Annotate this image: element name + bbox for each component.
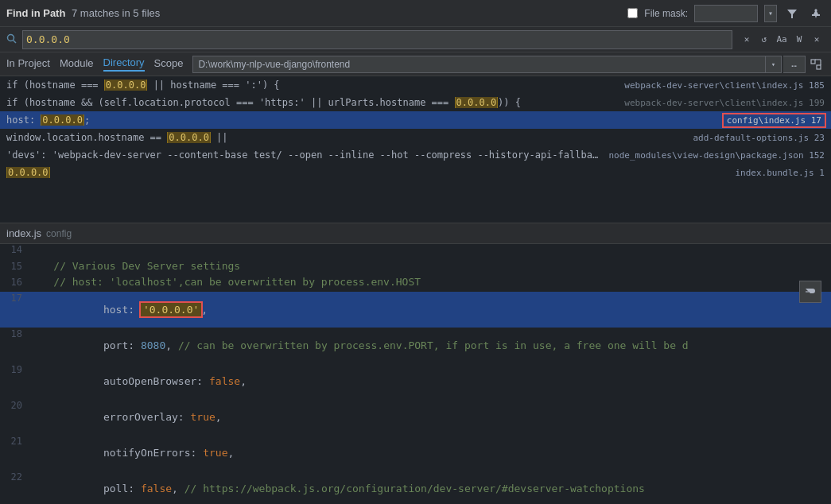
word-match-button[interactable]: W (791, 32, 807, 48)
line-content: errorOverlay: true, (29, 399, 831, 435)
result-row[interactable]: 'devs': 'webpack-dev-server --content-ba… (0, 146, 831, 164)
code-line-14: 14 (0, 244, 831, 260)
top-bar: Find in Path 7 matches in 5 files File m… (0, 0, 831, 27)
file-mask-label: File mask: (644, 8, 688, 19)
wrap-icon[interactable] (799, 281, 821, 303)
match-highlight: 0.0.0.0 (6, 167, 50, 178)
path-expand-button[interactable] (807, 56, 825, 73)
line-number: 19 (0, 364, 29, 375)
line-number: 20 (0, 400, 29, 411)
match-highlight: 0.0.0.0 (41, 114, 84, 126)
match-highlight: 0.0.0.0 (104, 79, 148, 91)
code-line-21: 21 notifyOnErrors: true, (0, 435, 831, 471)
code-line-17: 17 host: '0.0.0.0', (0, 292, 831, 328)
code-line-20: 20 errorOverlay: true, (0, 399, 831, 435)
results-panel: if (hostname === 0.0.0.0 || hostname ===… (0, 76, 831, 223)
clear-search-button[interactable]: ✕ (739, 32, 755, 48)
filter-icon[interactable] (783, 5, 801, 22)
svg-rect-3 (811, 60, 815, 64)
line-content: // Various Dev Server settings (29, 260, 831, 272)
tab-directory[interactable]: Directory (103, 56, 145, 72)
preview-filename: index.js (6, 227, 41, 239)
code-line-16: 16 // host: 'localhost',can be overwritt… (0, 276, 831, 292)
code-line-22: 22 poll: false, // https://webpack.js.or… (0, 471, 831, 504)
directory-path-input[interactable] (192, 56, 766, 73)
result-file-ref: index.bundle.js 1 (735, 168, 825, 178)
search-icon (6, 33, 19, 46)
code-line-19: 19 autoOpenBrowser: false, (0, 363, 831, 399)
result-file-ref: webpack-dev-server\client\index.js 185 (624, 80, 825, 91)
file-mask-input[interactable] (694, 5, 758, 22)
code-line-15: 15 // Various Dev Server settings (0, 260, 831, 276)
result-file-ref: webpack-dev-server\client\index.js 199 (624, 98, 825, 108)
search-bar: 0.0.0.0 ✕ ↺ Aa W ✕ (0, 27, 831, 52)
line-number: 17 (0, 293, 29, 304)
line-content: port: 8080, // can be overwritten by pro… (29, 328, 831, 363)
pin-icon[interactable] (807, 5, 825, 22)
result-row-selected[interactable]: host: 0.0.0.0; config\index.js 17 (0, 111, 831, 129)
svg-line-2 (14, 40, 17, 43)
result-content: window.location.hostname == 0.0.0.0 || (6, 132, 686, 143)
result-file-ref: node_modules\view-design\package.json 15… (608, 150, 825, 161)
preview-filepath: config (46, 228, 72, 239)
svg-point-1 (8, 34, 14, 41)
result-content: host: 0.0.0.0; (6, 114, 717, 126)
result-file-ref: add-default-options.js 23 (693, 133, 825, 143)
match-info: 7 matches in 5 files (72, 7, 160, 19)
path-input-wrap: ▾ … (192, 56, 825, 73)
line-content: poll: false, // https://webpack.js.org/c… (29, 471, 831, 504)
result-row[interactable]: if (hostname === 0.0.0.0 || hostname ===… (0, 76, 831, 94)
refresh-search-button[interactable]: ↺ (756, 32, 772, 48)
code-match-highlight: '0.0.0.0' (141, 303, 201, 316)
line-content: notifyOnErrors: true, (29, 435, 831, 471)
tabs-bar: In Project Module Directory Scope ▾ … (0, 52, 831, 76)
result-content: 0.0.0.0 (6, 167, 728, 178)
line-content: autoOpenBrowser: false, (29, 363, 831, 399)
result-row[interactable]: if (hostname && (self.location.protocol … (0, 94, 831, 111)
result-content: if (hostname === 0.0.0.0 || hostname ===… (6, 79, 618, 91)
file-mask-dropdown[interactable]: ▾ (764, 5, 777, 22)
line-number: 22 (0, 471, 29, 483)
line-number: 15 (0, 261, 29, 272)
line-number: 21 (0, 436, 29, 447)
match-highlight: 0.0.0.0 (455, 97, 499, 108)
tab-scope[interactable]: Scope (154, 57, 184, 71)
svg-rect-4 (817, 65, 821, 69)
result-content: if (hostname && (self.location.protocol … (6, 97, 618, 108)
tab-module[interactable]: Module (60, 57, 94, 71)
preview-header: index.js config (0, 223, 831, 244)
result-row[interactable]: window.location.hostname == 0.0.0.0 || a… (0, 129, 831, 146)
path-browse-button[interactable]: … (783, 56, 806, 73)
line-content: // host: 'localhost',can be overwritten … (29, 276, 831, 288)
preview-wrapper: 14 15 // Various Dev Server settings 16 … (0, 244, 831, 504)
tab-in-project[interactable]: In Project (6, 57, 50, 71)
result-file-ref-selected: config\index.js 17 (724, 114, 825, 126)
match-highlight: 0.0.0.0 (167, 132, 211, 143)
search-input-wrap: 0.0.0.0 (22, 30, 732, 49)
svg-marker-0 (787, 10, 797, 18)
code-area[interactable]: 14 15 // Various Dev Server settings 16 … (0, 244, 831, 504)
line-content: host: '0.0.0.0', (29, 292, 831, 328)
match-case-button[interactable]: Aa (774, 32, 790, 48)
line-number: 18 (0, 328, 29, 339)
result-row[interactable]: 0.0.0.0 index.bundle.js 1 (0, 164, 831, 181)
search-query: 0.0.0.0 (26, 33, 70, 45)
result-content: 'devs': 'webpack-dev-server --content-ba… (6, 149, 602, 161)
line-number: 14 (0, 244, 29, 255)
search-actions: ✕ ↺ Aa W ✕ (739, 32, 825, 48)
path-dropdown-button[interactable]: ▾ (766, 56, 782, 73)
code-line-18: 18 port: 8080, // can be overwritten by … (0, 328, 831, 363)
find-in-path-title: Find in Path 7 matches in 5 files (6, 7, 160, 19)
line-number: 16 (0, 277, 29, 288)
close-search-button[interactable]: ✕ (809, 32, 825, 48)
file-mask-checkbox[interactable] (627, 8, 638, 18)
